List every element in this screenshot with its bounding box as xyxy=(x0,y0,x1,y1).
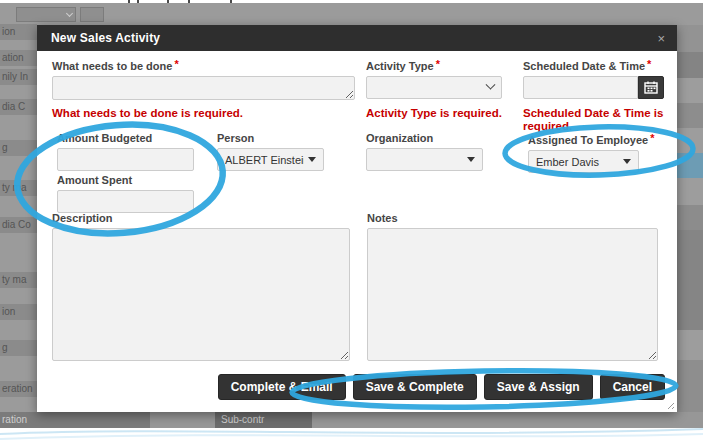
bg-row-fragment: nily In xyxy=(0,69,37,85)
dropdown-arrow-icon xyxy=(623,159,631,164)
dialog-button-row: Complete & Email Save & Complete Save & … xyxy=(218,374,665,400)
person-label: Person xyxy=(217,132,324,144)
save-complete-button[interactable]: Save & Complete xyxy=(353,374,477,400)
dialog-resize-handle[interactable] xyxy=(665,400,674,409)
assigned-employee-select[interactable]: Ember Davis xyxy=(528,150,639,173)
bg-row-fragment: g xyxy=(0,340,37,356)
bg-row-fragment: ation xyxy=(0,50,37,66)
dropdown-arrow-icon xyxy=(467,157,475,162)
notes-textarea[interactable] xyxy=(367,228,658,361)
bg-row-fragment: ty ma xyxy=(0,272,37,288)
bg-row-fragment: dia Co xyxy=(0,217,37,233)
bg-table-bottom-row: ration Sub-contr xyxy=(0,412,703,428)
dialog-header: New Sales Activity × xyxy=(37,25,677,51)
close-icon[interactable]: × xyxy=(657,32,665,45)
assigned-label: Assigned To Employee* xyxy=(528,132,639,146)
organization-select[interactable] xyxy=(366,148,483,171)
bg-cell: ration xyxy=(0,412,150,428)
description-textarea[interactable] xyxy=(52,228,350,361)
bg-row-fragment: g xyxy=(0,140,37,156)
bg-row-fragment: ion xyxy=(0,24,37,40)
bg-dropdown xyxy=(16,7,76,22)
chevron-down-icon xyxy=(486,80,496,90)
decorative-wave xyxy=(0,426,703,440)
scheduled-label: Scheduled Date & Time* xyxy=(523,58,664,72)
calendar-button[interactable] xyxy=(638,76,664,99)
bg-row-fragment: ty ma xyxy=(0,180,37,196)
activity-type-label: Activity Type* xyxy=(366,58,502,72)
bg-row-fragment: ion xyxy=(0,304,37,320)
what-needs-textarea[interactable] xyxy=(52,76,355,100)
organization-label: Organization xyxy=(366,132,483,144)
person-select[interactable]: ALBERT Einstein xyxy=(217,148,324,171)
amount-spent-input[interactable] xyxy=(57,190,194,213)
chevron-down-icon xyxy=(66,10,73,17)
dropdown-arrow-icon xyxy=(308,157,316,162)
calendar-icon xyxy=(644,81,658,94)
amount-budgeted-input[interactable] xyxy=(57,148,194,171)
new-sales-activity-dialog: New Sales Activity × What needs to be do… xyxy=(37,25,677,412)
save-assign-button[interactable]: Save & Assign xyxy=(484,374,593,400)
bg-selected-row xyxy=(677,153,703,178)
amount-budgeted-label: Amount Budgeted xyxy=(57,132,194,144)
notes-label: Notes xyxy=(367,212,658,224)
page: ionationnily India Cgty madia Coty maion… xyxy=(0,0,703,440)
activity-type-select[interactable] xyxy=(366,76,502,99)
what-needs-label: What needs to be done* xyxy=(52,58,355,72)
activity-type-error: Activity Type is required. xyxy=(366,107,502,120)
scheduled-error: Scheduled Date & Time is required. xyxy=(523,107,683,133)
complete-email-button[interactable]: Complete & Email xyxy=(218,374,346,400)
what-needs-error: What needs to be done is required. xyxy=(52,107,243,120)
bg-row-fragment: dia C xyxy=(0,99,37,115)
amount-spent-label: Amount Spent xyxy=(57,174,194,186)
bg-row-fragment: eration xyxy=(0,381,37,397)
dialog-title: New Sales Activity xyxy=(51,31,160,45)
bg-cell: Sub-contr xyxy=(215,412,312,428)
cancel-button[interactable]: Cancel xyxy=(600,374,665,400)
description-label: Description xyxy=(52,212,350,224)
bg-button xyxy=(80,7,104,22)
scheduled-date-input[interactable] xyxy=(523,76,638,99)
